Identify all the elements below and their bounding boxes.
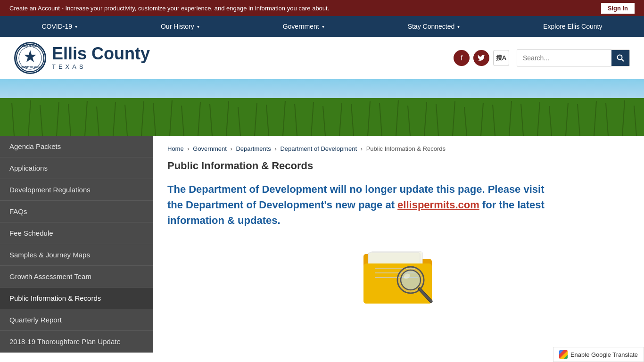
svg-text:STATE OF TEXAS: STATE OF TEXAS: [21, 45, 39, 48]
main-content: Home › Government › Departments › Depart…: [153, 136, 644, 353]
nav-label-stay-connected: Stay Connected: [408, 23, 455, 30]
main-message: The Department of Development will no lo…: [167, 181, 554, 228]
nav-item-stay-connected[interactable]: Stay Connected ▾: [403, 16, 465, 37]
nav-item-explore[interactable]: Explore Ellis County: [538, 16, 607, 37]
site-header: COUNTY OF ELLIS STATE OF TEXAS Ellis Cou…: [0, 37, 644, 79]
chevron-down-icon: ▾: [197, 24, 199, 29]
chevron-down-icon: ▾: [322, 24, 324, 29]
sign-in-button[interactable]: Sign In: [601, 3, 635, 14]
svg-rect-7: [0, 98, 644, 136]
county-name: Ellis County: [52, 45, 150, 62]
breadcrumb-government[interactable]: Government: [193, 145, 227, 152]
site-name: Ellis County TEXAS: [52, 45, 150, 70]
site-seal: COUNTY OF ELLIS STATE OF TEXAS: [14, 42, 46, 74]
search-button[interactable]: [611, 49, 629, 66]
logo-area: COUNTY OF ELLIS STATE OF TEXAS Ellis Cou…: [14, 42, 150, 74]
main-nav: COVID-19 ▾ Our History ▾ Government ▾ St…: [0, 16, 644, 37]
breadcrumb-departments[interactable]: Departments: [236, 145, 271, 152]
facebook-icon[interactable]: f: [454, 50, 470, 66]
header-right: f 搜A: [454, 49, 630, 66]
sidebar-item-applications[interactable]: Applications: [0, 157, 153, 179]
svg-text:COUNTY OF ELLIS: COUNTY OF ELLIS: [21, 66, 40, 68]
breadcrumb-home[interactable]: Home: [167, 145, 184, 152]
nav-item-history[interactable]: Our History ▾: [156, 16, 204, 37]
nav-item-government[interactable]: Government ▾: [278, 16, 329, 37]
main-layout: Agenda Packets Applications Development …: [0, 136, 644, 353]
google-icon: [559, 350, 568, 359]
folder-image: [167, 242, 630, 308]
sidebar-item-quarterly-report[interactable]: Quarterly Report: [0, 309, 153, 331]
chevron-down-icon: ▾: [75, 24, 77, 29]
search-box: [517, 49, 630, 66]
chevron-down-icon: ▾: [457, 24, 460, 29]
svg-point-5: [618, 55, 622, 59]
sidebar-item-public-information-records[interactable]: Public Information & Records: [0, 288, 153, 309]
sidebar: Agenda Packets Applications Development …: [0, 136, 153, 353]
svg-marker-2: [24, 50, 36, 62]
top-banner: Create an Account - Increase your produc…: [0, 0, 644, 16]
state-name: TEXAS: [52, 63, 150, 70]
search-input[interactable]: [517, 54, 611, 62]
sidebar-item-faqs[interactable]: FAQs: [0, 201, 153, 222]
nav-label-history: Our History: [161, 23, 194, 30]
hero-banner: [0, 79, 644, 136]
banner-text: Create an Account - Increase your produc…: [9, 5, 329, 12]
sidebar-item-samples-journey-maps[interactable]: Samples & Journey Maps: [0, 244, 153, 266]
breadcrumb-department-of-development[interactable]: Department of Development: [280, 145, 357, 152]
nav-label-covid: COVID-19: [41, 23, 72, 30]
google-translate-bar[interactable]: Enable Google Translate: [553, 347, 644, 362]
nav-item-covid[interactable]: COVID-19 ▾: [37, 16, 82, 37]
breadcrumb-current: Public Information & Records: [366, 145, 446, 152]
nav-label-explore: Explore Ellis County: [543, 23, 602, 30]
sidebar-item-agenda-packets[interactable]: Agenda Packets: [0, 136, 153, 157]
sidebar-item-thoroughfare-plan[interactable]: 2018-19 Thoroughfare Plan Update: [0, 331, 153, 353]
social-icons: f 搜A: [454, 50, 509, 66]
page-title: Public Information & Records: [167, 160, 630, 172]
sidebar-item-fee-schedule[interactable]: Fee Schedule: [0, 222, 153, 244]
ellispermits-link[interactable]: ellispermits.com: [397, 199, 479, 211]
twitter-icon[interactable]: [473, 50, 489, 66]
nav-label-government: Government: [283, 23, 319, 30]
sidebar-item-development-regulations[interactable]: Development Regulations: [0, 179, 153, 201]
svg-point-62: [401, 270, 421, 290]
translate-icon[interactable]: 搜A: [493, 50, 509, 66]
breadcrumb: Home › Government › Departments › Depart…: [167, 145, 630, 152]
translate-label: Enable Google Translate: [570, 351, 638, 358]
svg-line-6: [622, 59, 624, 61]
sidebar-item-growth-assessment-team[interactable]: Growth Assessment Team: [0, 266, 153, 288]
